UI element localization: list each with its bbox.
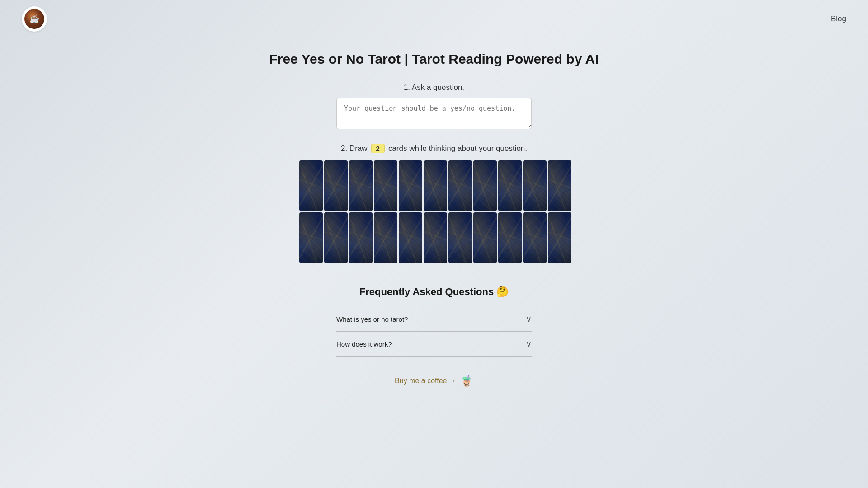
step2-suffix: cards while thinking about your question… — [388, 144, 527, 153]
card-grid-row1 — [299, 160, 569, 211]
tarot-card[interactable] — [299, 160, 323, 211]
buy-coffee-button[interactable]: Buy me a coffee → 🧋 — [395, 375, 473, 387]
tarot-card[interactable] — [374, 212, 397, 263]
coffee-label: Buy me a coffee → — [395, 377, 456, 385]
tarot-card[interactable] — [399, 160, 422, 211]
faq-question-1: What is yes or no tarot? — [336, 315, 408, 323]
coffee-emoji-icon: 🧋 — [460, 375, 473, 387]
tarot-card[interactable] — [324, 212, 348, 263]
logo-image: ☕ — [24, 9, 44, 29]
tarot-card[interactable] — [473, 212, 497, 263]
tarot-card[interactable] — [498, 160, 522, 211]
tarot-card[interactable] — [448, 160, 472, 211]
tarot-card[interactable] — [349, 160, 373, 211]
logo[interactable]: ☕ — [22, 6, 47, 32]
faq-chevron-2: ∨ — [526, 339, 532, 349]
tarot-card[interactable] — [523, 160, 547, 211]
step2-label: 2. Draw 2 cards while thinking about you… — [341, 144, 527, 153]
tarot-card[interactable] — [324, 160, 348, 211]
faq-item-2[interactable]: How does it work? ∨ — [336, 332, 532, 357]
question-input[interactable] — [336, 98, 532, 129]
faq-question-2: How does it work? — [336, 340, 392, 348]
tarot-card[interactable] — [399, 212, 422, 263]
tarot-card[interactable] — [448, 212, 472, 263]
nav-blog-link[interactable]: Blog — [831, 14, 846, 23]
tarot-card[interactable] — [548, 160, 571, 211]
card-grid-row2 — [299, 212, 569, 263]
tarot-card[interactable] — [299, 212, 323, 263]
step2-prefix: 2. Draw — [341, 144, 368, 153]
tarot-card[interactable] — [374, 160, 397, 211]
tarot-card[interactable] — [498, 212, 522, 263]
page-title: Free Yes or No Tarot | Tarot Reading Pow… — [269, 52, 599, 67]
tarot-card[interactable] — [424, 212, 447, 263]
tarot-card[interactable] — [548, 212, 571, 263]
main-content: Free Yes or No Tarot | Tarot Reading Pow… — [0, 38, 868, 414]
tarot-card[interactable] — [523, 212, 547, 263]
tarot-card[interactable] — [473, 160, 497, 211]
step1-label: 1. Ask a question. — [404, 83, 464, 92]
card-count-badge[interactable]: 2 — [371, 144, 385, 153]
faq-chevron-1: ∨ — [526, 314, 532, 324]
faq-section: Frequently Asked Questions 🤔 What is yes… — [336, 286, 532, 357]
coffee-section: Buy me a coffee → 🧋 — [395, 375, 473, 387]
tarot-card[interactable] — [424, 160, 447, 211]
navbar: ☕ Blog — [0, 0, 868, 38]
tarot-card[interactable] — [349, 212, 373, 263]
faq-item-1[interactable]: What is yes or no tarot? ∨ — [336, 307, 532, 332]
faq-title: Frequently Asked Questions 🤔 — [336, 286, 532, 298]
